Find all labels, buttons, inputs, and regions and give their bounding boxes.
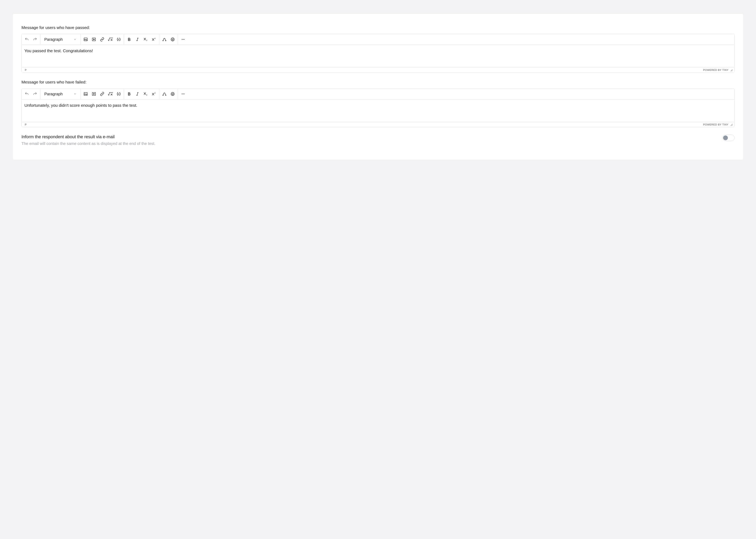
- redo-icon: [33, 92, 37, 96]
- passed-toolbar: Paragraph: [22, 34, 734, 45]
- bold-button[interactable]: [125, 90, 133, 98]
- link-button[interactable]: [98, 90, 106, 98]
- media-icon: [92, 92, 96, 96]
- svg-point-27: [172, 93, 172, 94]
- code-sample-icon: [116, 37, 121, 41]
- passed-label: Message for users who have passed:: [22, 25, 734, 30]
- settings-panel: Message for users who have passed: Parag…: [13, 14, 743, 160]
- svg-point-31: [184, 94, 184, 94]
- svg-point-10: [171, 38, 174, 41]
- subscript-button[interactable]: 2: [142, 90, 150, 98]
- element-path[interactable]: P: [25, 123, 27, 126]
- superscript-button[interactable]: 2: [150, 36, 158, 43]
- subscript-button[interactable]: 2: [142, 36, 150, 43]
- svg-point-30: [183, 94, 183, 94]
- image-icon: [84, 37, 88, 41]
- equation-icon: [108, 92, 113, 96]
- code-sample-button[interactable]: [115, 36, 123, 43]
- insert-group: [81, 34, 124, 45]
- failed-statusbar: P POWERED BY TINY: [22, 122, 734, 127]
- image-button[interactable]: [82, 90, 90, 98]
- media-button[interactable]: [90, 36, 98, 43]
- svg-point-12: [173, 39, 173, 39]
- more-button[interactable]: [179, 36, 187, 43]
- equation-button[interactable]: [106, 90, 114, 98]
- code-sample-button[interactable]: [115, 90, 123, 98]
- failed-editor: Paragraph: [22, 88, 734, 127]
- svg-text:2: 2: [155, 92, 156, 94]
- image-icon: [84, 92, 88, 96]
- superscript-icon: 2: [152, 92, 156, 96]
- email-toggle[interactable]: [722, 135, 734, 141]
- undo-icon: [25, 92, 29, 96]
- block-format-select[interactable]: Paragraph: [41, 89, 79, 99]
- history-group: [22, 34, 40, 45]
- link-icon: [100, 37, 104, 41]
- italic-button[interactable]: [133, 90, 141, 98]
- svg-line-7: [137, 38, 138, 40]
- bold-button[interactable]: [125, 36, 133, 43]
- equation-icon: [108, 37, 113, 41]
- passed-content[interactable]: You passed the test. Congratulations!: [22, 45, 734, 67]
- element-path[interactable]: P: [25, 68, 27, 71]
- email-setting-title: Inform the respondent about the result v…: [22, 134, 722, 139]
- powered-by[interactable]: POWERED BY TINY: [703, 123, 728, 126]
- resize-handle[interactable]: [730, 69, 733, 71]
- undo-icon: [25, 37, 29, 41]
- svg-line-23: [137, 93, 138, 95]
- redo-icon: [33, 37, 37, 41]
- failed-toolbar: Paragraph: [22, 89, 734, 100]
- emoji-button[interactable]: [169, 36, 176, 43]
- omega-icon: [162, 37, 167, 41]
- style-group: 2 2: [124, 34, 159, 45]
- symbols-group: [159, 89, 178, 99]
- failed-content[interactable]: Unfortunately, you didn't score enough p…: [22, 100, 734, 122]
- italic-button[interactable]: [133, 36, 141, 43]
- svg-point-13: [182, 39, 182, 39]
- svg-marker-2: [94, 39, 95, 40]
- svg-text:2: 2: [155, 38, 156, 39]
- block-format-value: Paragraph: [44, 37, 63, 42]
- passed-statusbar: P POWERED BY TINY: [22, 67, 734, 72]
- undo-button[interactable]: [23, 90, 31, 98]
- powered-by[interactable]: POWERED BY TINY: [703, 68, 728, 71]
- emoji-button[interactable]: [169, 90, 176, 98]
- email-setting-desc: The email will contain the same content …: [22, 141, 722, 146]
- italic-icon: [135, 92, 139, 96]
- resize-handle[interactable]: [730, 123, 733, 126]
- omega-icon: [162, 92, 167, 96]
- superscript-button[interactable]: 2: [150, 90, 158, 98]
- redo-button[interactable]: [31, 36, 39, 43]
- symbols-group: [159, 34, 178, 45]
- svg-marker-18: [94, 93, 95, 95]
- subscript-icon: 2: [143, 38, 148, 41]
- more-button[interactable]: [179, 90, 187, 98]
- svg-point-26: [171, 92, 174, 96]
- special-char-button[interactable]: [161, 90, 168, 98]
- more-icon: [181, 37, 185, 41]
- more-icon: [181, 92, 185, 96]
- equation-button[interactable]: [106, 36, 114, 43]
- image-button[interactable]: [82, 36, 90, 43]
- link-icon: [100, 92, 104, 96]
- undo-button[interactable]: [23, 36, 31, 43]
- code-sample-icon: [116, 92, 121, 96]
- format-group: Paragraph: [40, 89, 81, 99]
- email-setting-text: Inform the respondent about the result v…: [22, 134, 722, 146]
- media-button[interactable]: [90, 90, 98, 98]
- svg-point-29: [182, 94, 182, 94]
- email-setting-row: Inform the respondent about the result v…: [22, 134, 734, 146]
- more-group: [178, 89, 188, 99]
- redo-button[interactable]: [31, 90, 39, 98]
- svg-point-11: [172, 39, 172, 39]
- special-char-button[interactable]: [161, 36, 168, 43]
- link-button[interactable]: [98, 36, 106, 43]
- passed-editor: Paragraph: [22, 34, 734, 73]
- resize-icon: [730, 69, 733, 71]
- emoji-icon: [171, 37, 175, 41]
- block-format-select[interactable]: Paragraph: [41, 34, 79, 45]
- media-icon: [92, 37, 96, 41]
- history-group: [22, 89, 40, 99]
- toggle-knob: [723, 135, 728, 140]
- svg-point-15: [184, 39, 184, 39]
